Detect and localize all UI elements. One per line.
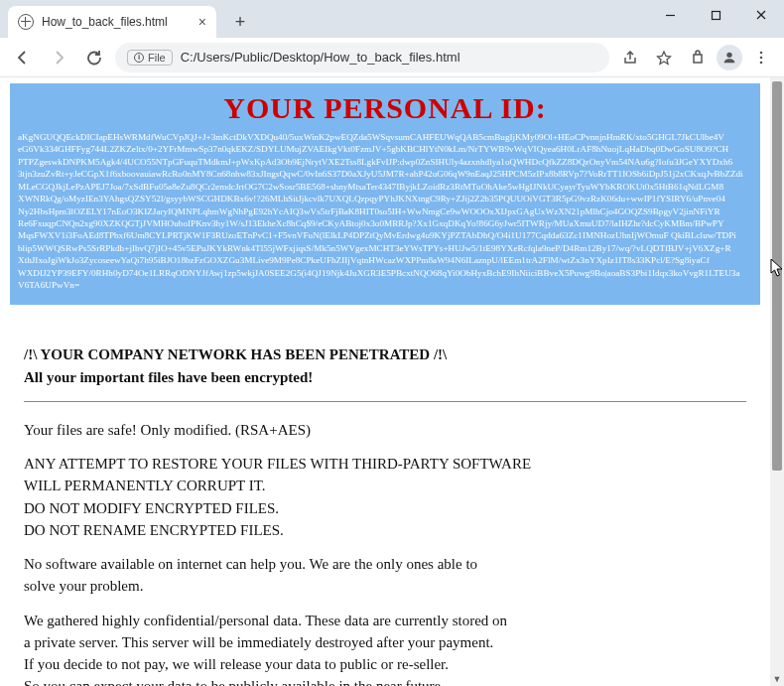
tab-title: How_to_back_files.html — [42, 15, 191, 29]
svg-point-5 — [760, 51, 763, 54]
info-icon: i — [134, 53, 144, 63]
close-tab-icon[interactable]: × — [198, 14, 206, 30]
new-tab-button[interactable]: + — [226, 8, 254, 36]
svg-rect-1 — [712, 11, 719, 19]
paragraph-2b: WILL PERMANENTLY CORRUPT IT. — [24, 476, 746, 495]
id-banner: YOUR PERSONAL ID: aKgNGUQQEckDICIapEHsWR… — [10, 83, 760, 305]
paragraph-1: Your files are safe! Only modified. (RSA… — [24, 420, 746, 440]
share-button[interactable] — [615, 43, 645, 72]
address-bar[interactable]: i File C:/Users/Public/Desktop/How_to_ba… — [115, 43, 609, 72]
paragraph-4a: We gathered highly confidential/personal… — [24, 611, 746, 630]
svg-point-6 — [760, 56, 763, 59]
page-viewport: YOUR PERSONAL ID: aKgNGUQQEckDICIapEHsWR… — [0, 77, 784, 686]
divider — [24, 401, 746, 402]
browser-toolbar: i File C:/Users/Public/Desktop/How_to_ba… — [0, 38, 784, 77]
browser-tab[interactable]: How_to_back_files.html × — [8, 6, 216, 38]
svg-point-7 — [760, 61, 763, 64]
paragraph-2d: DO NOT RENAME ENCRYPTED FILES. — [24, 520, 746, 540]
maximize-button[interactable] — [693, 0, 738, 30]
extensions-button[interactable] — [683, 43, 713, 72]
forward-button[interactable] — [44, 43, 73, 72]
warn-line-2: All your important files have been encry… — [24, 367, 746, 387]
back-button[interactable] — [8, 43, 38, 72]
paragraph-2a: ANY ATTEMPT TO RESTORE YOUR FILES WITH T… — [24, 454, 746, 474]
page-heading: YOUR PERSONAL ID: — [18, 91, 752, 125]
page-content: YOUR PERSONAL ID: aKgNGUQQEckDICIapEHsWR… — [0, 77, 770, 686]
paragraph-3a: No software available on internet can he… — [24, 554, 746, 574]
warn-line-1: /!\ YOUR COMPANY NETWORK HAS BEEN PENETR… — [24, 344, 746, 364]
paragraph-4c: If you decide to not pay, we will releas… — [24, 654, 746, 674]
reload-button[interactable] — [79, 43, 109, 72]
personal-id-block: aKgNGUQQEckDICIapEHsWRMdfWuCVpJQJ+J+3mKc… — [18, 131, 752, 291]
svg-point-4 — [726, 52, 731, 57]
paragraph-4b: a private server. This server will be im… — [24, 632, 746, 652]
paragraph-2c: DO NOT MODIFY ENCRYPTED FILES. — [24, 498, 746, 518]
url-text: C:/Users/Public/Desktop/How_to_back_file… — [181, 50, 460, 65]
scroll-down-arrow[interactable]: ▼ — [770, 672, 784, 686]
window-controls — [647, 0, 784, 30]
paragraph-3b: solve your problem. — [24, 576, 746, 596]
paragraph-4d: So you can expect your data to be public… — [24, 676, 746, 686]
menu-button[interactable] — [746, 43, 776, 72]
bookmark-button[interactable] — [649, 43, 679, 72]
ransom-note-body: /!\ YOUR COMPANY NETWORK HAS BEEN PENETR… — [10, 344, 760, 686]
minimize-button[interactable] — [647, 0, 693, 30]
profile-avatar[interactable] — [717, 45, 742, 70]
file-origin-chip[interactable]: i File — [127, 50, 173, 66]
scroll-thumb[interactable] — [772, 81, 782, 471]
scrollbar[interactable]: ▲ ▼ — [770, 77, 784, 686]
globe-icon — [18, 14, 34, 30]
file-chip-label: File — [148, 52, 166, 64]
close-window-button[interactable] — [738, 0, 784, 30]
titlebar: How_to_back_files.html × + — [0, 0, 784, 38]
